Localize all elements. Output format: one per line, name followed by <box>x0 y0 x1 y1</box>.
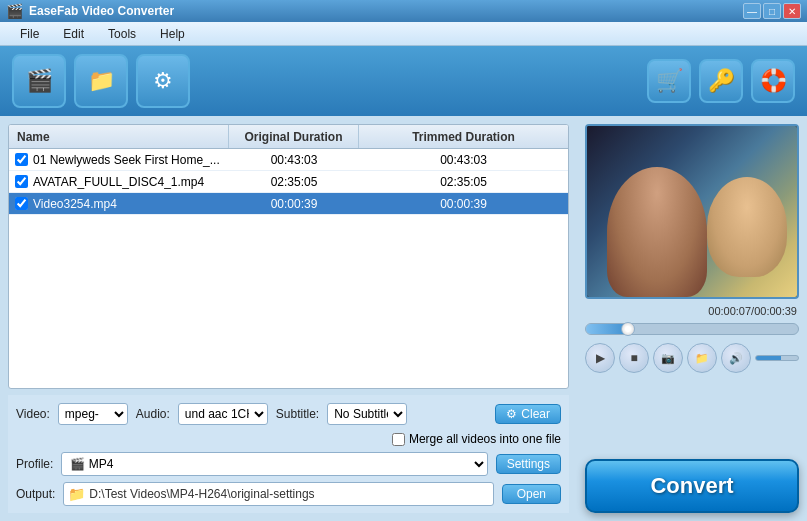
menu-edit[interactable]: Edit <box>51 25 96 43</box>
convert-button[interactable]: Convert <box>585 459 799 513</box>
volume-button[interactable]: 🔊 <box>721 343 751 373</box>
title-bar: 🎬 EaseFab Video Converter — □ ✕ <box>0 0 807 22</box>
screenshot-button[interactable]: 📷 <box>653 343 683 373</box>
output-label: Output: <box>16 487 55 501</box>
baby-silhouette <box>707 177 787 277</box>
output-row: Output: 📁 D:\Test Videos\MP4-H264\origin… <box>8 479 569 509</box>
video-label: Video: <box>16 407 50 421</box>
window-controls: — □ ✕ <box>743 3 801 19</box>
add-video-button[interactable]: 🎬 <box>12 54 66 108</box>
play-button[interactable]: ▶ <box>585 343 615 373</box>
file-checkbox-2[interactable] <box>15 175 28 188</box>
clear-icon: ⚙ <box>506 407 517 421</box>
settings-button[interactable]: ⚙ <box>136 54 190 108</box>
close-button[interactable]: ✕ <box>783 3 801 19</box>
time-current: 00:00:07 <box>708 305 751 317</box>
clear-button[interactable]: ⚙ Clear <box>495 404 561 424</box>
output-path[interactable]: 📁 D:\Test Videos\MP4-H264\original-setti… <box>63 482 493 506</box>
left-panel: Name Original Duration Trimmed Duration … <box>0 116 577 521</box>
player-controls: ▶ ■ 📷 📁 🔊 <box>585 341 799 375</box>
video-select[interactable]: mpeg- <box>58 403 128 425</box>
add-video-icon: 🎬 <box>26 68 53 94</box>
file-checkbox-3[interactable] <box>15 197 28 210</box>
profile-select[interactable]: 🎬 MP4 <box>61 452 487 476</box>
stop-icon: ■ <box>630 351 637 365</box>
profile-label: Profile: <box>16 457 53 471</box>
file-trim-1: 00:43:03 <box>359 153 568 167</box>
adult-silhouette <box>607 167 707 297</box>
toolbar-right: 🛒 🔑 🛟 <box>647 59 795 103</box>
file-trim-3: 00:00:39 <box>359 197 568 211</box>
output-path-text: D:\Test Videos\MP4-H264\original-setting… <box>89 487 314 501</box>
toolbar: 🎬 📁 ⚙ 🛒 🔑 🛟 <box>0 46 807 116</box>
file-list-header: Name Original Duration Trimmed Duration <box>9 125 568 149</box>
menu-help[interactable]: Help <box>148 25 197 43</box>
settings-profile-button[interactable]: Settings <box>496 454 561 474</box>
buy-button[interactable]: 🛒 <box>647 59 691 103</box>
app-title: EaseFab Video Converter <box>29 4 174 18</box>
maximize-button[interactable]: □ <box>763 3 781 19</box>
volume-icon: 🔊 <box>729 352 743 365</box>
folder-icon: 📁 <box>695 352 709 365</box>
preview-image <box>587 126 797 297</box>
play-icon: ▶ <box>596 351 605 365</box>
progress-knob[interactable] <box>621 322 635 336</box>
audio-select[interactable]: und aac 1CH <box>178 403 268 425</box>
open-folder-button[interactable]: 📁 <box>687 343 717 373</box>
subtitle-label: Subtitle: <box>276 407 319 421</box>
audio-label: Audio: <box>136 407 170 421</box>
table-row[interactable]: AVATAR_FUULL_DISC4_1.mp4 02:35:05 02:35:… <box>9 171 568 193</box>
stop-button[interactable]: ■ <box>619 343 649 373</box>
add-folder-icon: 📁 <box>88 68 115 94</box>
minimize-button[interactable]: — <box>743 3 761 19</box>
format-row: Video: mpeg- Audio: und aac 1CH Subtitle… <box>8 399 569 429</box>
menu-tools[interactable]: Tools <box>96 25 148 43</box>
settings-icon: ⚙ <box>153 68 173 94</box>
register-button[interactable]: 🔑 <box>699 59 743 103</box>
column-header-trimmed: Trimmed Duration <box>359 125 568 148</box>
table-row[interactable]: Video3254.mp4 00:00:39 00:00:39 <box>9 193 568 215</box>
clear-label: Clear <box>521 407 550 421</box>
right-panel: 00:00:07/00:00:39 ▶ ■ 📷 📁 🔊 Conver <box>577 116 807 521</box>
progress-bar[interactable] <box>585 323 799 335</box>
file-checkbox-1[interactable] <box>15 153 28 166</box>
time-display: 00:00:07/00:00:39 <box>585 305 799 317</box>
help-icon: 🛟 <box>760 68 787 94</box>
table-row[interactable]: 01 Newlyweds Seek First Home_... 00:43:0… <box>9 149 568 171</box>
open-button[interactable]: Open <box>502 484 561 504</box>
time-total: 00:00:39 <box>754 305 797 317</box>
app-icon: 🎬 <box>6 3 23 19</box>
preview-area <box>585 124 799 299</box>
key-icon: 🔑 <box>708 68 735 94</box>
file-trim-2: 02:35:05 <box>359 175 568 189</box>
column-header-name: Name <box>9 125 229 148</box>
file-name-2: AVATAR_FUULL_DISC4_1.mp4 <box>33 175 229 189</box>
screenshot-icon: 📷 <box>661 352 675 365</box>
add-folder-button[interactable]: 📁 <box>74 54 128 108</box>
file-orig-2: 02:35:05 <box>229 175 359 189</box>
file-name-1: 01 Newlyweds Seek First Home_... <box>33 153 229 167</box>
help-button[interactable]: 🛟 <box>751 59 795 103</box>
file-list-container: Name Original Duration Trimmed Duration … <box>8 124 569 389</box>
merge-checkbox[interactable] <box>392 433 405 446</box>
file-name-3: Video3254.mp4 <box>33 197 229 211</box>
column-header-original: Original Duration <box>229 125 359 148</box>
merge-label[interactable]: Merge all videos into one file <box>409 432 561 446</box>
main-area: Name Original Duration Trimmed Duration … <box>0 116 807 521</box>
file-orig-3: 00:00:39 <box>229 197 359 211</box>
bottom-controls: Video: mpeg- Audio: und aac 1CH Subtitle… <box>8 395 569 513</box>
profile-row: Profile: 🎬 MP4 Settings <box>8 449 569 479</box>
subtitle-select[interactable]: No Subtitle <box>327 403 407 425</box>
file-orig-1: 00:43:03 <box>229 153 359 167</box>
menu-file[interactable]: File <box>8 25 51 43</box>
volume-slider[interactable] <box>755 355 799 361</box>
buy-icon: 🛒 <box>656 68 683 94</box>
menu-bar: File Edit Tools Help <box>0 22 807 46</box>
merge-row: Merge all videos into one file <box>8 429 569 449</box>
